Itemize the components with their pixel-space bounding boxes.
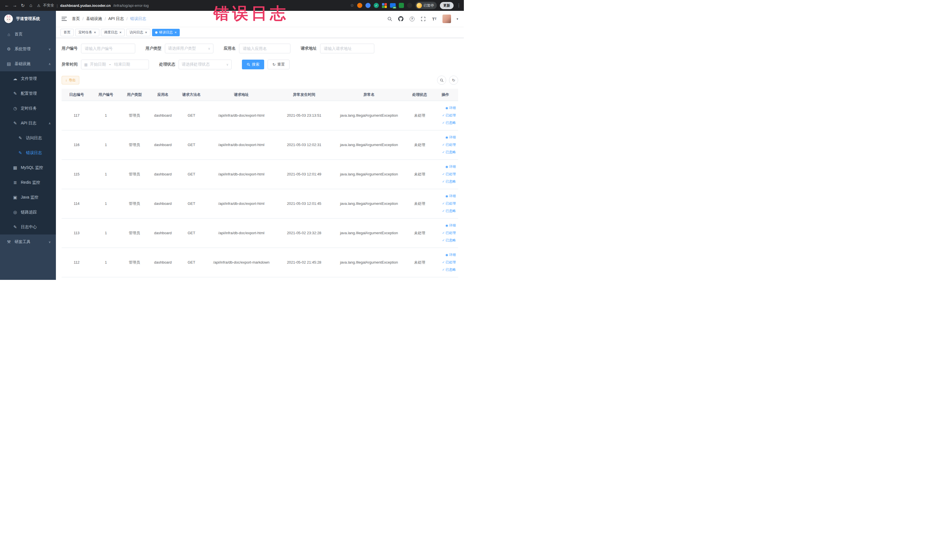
extension-icon[interactable] (407, 3, 412, 8)
extension-icon[interactable] (399, 3, 404, 8)
cell-log-id: 117 (62, 101, 92, 130)
address-bar[interactable]: ⚠ 不安全 | dashboard.yudao.iocoder.cn/infra… (37, 3, 350, 8)
mark-processed-link[interactable]: ✓ 已处理 (432, 171, 456, 178)
layers-icon: ≣ (12, 180, 18, 185)
mark-ignored-link[interactable]: ✓ 已忽略 (432, 178, 456, 185)
sidebar-item-home[interactable]: ⌂ 首页 (0, 27, 56, 42)
user-id-input[interactable] (81, 44, 135, 53)
sidebar-item-file-management[interactable]: ☁ 文件管理 (0, 71, 56, 86)
refresh-button[interactable]: ↻ (449, 76, 458, 85)
mark-ignored-label: 已忽略 (446, 267, 456, 272)
detail-link[interactable]: ◉ 详细 (432, 163, 456, 171)
tab-schedule-log[interactable]: 调度日志 × (101, 29, 125, 36)
app-logo[interactable]: 芋道管理系统 (0, 11, 56, 27)
breadcrumb-item[interactable]: API 日志 (108, 16, 124, 21)
toggle-search-button[interactable] (437, 76, 446, 85)
table-row: 116 1 管理员 dashboard GET /api/infra/db-do… (62, 130, 458, 159)
browser-menu-icon[interactable]: ⋮ (457, 3, 461, 8)
breadcrumb-item[interactable]: 首页 (72, 16, 80, 21)
fullscreen-icon[interactable] (420, 16, 426, 22)
cell-user-type: 管理员 (120, 218, 149, 248)
avatar-caret-down-icon[interactable]: ▾ (456, 17, 458, 21)
extension-icon[interactable] (357, 3, 362, 8)
close-icon[interactable]: × (119, 31, 122, 34)
extension-icon[interactable] (365, 3, 371, 8)
font-size-icon[interactable]: TT (431, 16, 437, 22)
user-avatar[interactable] (443, 15, 451, 23)
exception-time-range-picker[interactable]: ▦ 开始日期 - 结束日期 (81, 60, 149, 69)
export-button[interactable]: ↓ 导出 (62, 76, 79, 84)
search-icon[interactable] (387, 16, 392, 22)
column-header-app-name: 应用名 (149, 89, 177, 101)
sidebar-item-config-management[interactable]: ✎ 配置管理 (0, 86, 56, 101)
extension-icon[interactable]: on (390, 3, 396, 8)
filter-form: 用户编号 用户类型 请选择用户类型 ∨ 应用名 请求地址 (56, 38, 464, 76)
mark-processed-link[interactable]: ✓ 已处理 (432, 229, 456, 237)
filter-user-type: 用户类型 请选择用户类型 ∨ (145, 44, 214, 53)
detail-link[interactable]: ◉ 详细 (432, 251, 456, 259)
sidebar-item-system-admin[interactable]: ⚙ 系统管理 ∨ (0, 42, 56, 56)
eye-icon: ◉ (445, 165, 448, 169)
mark-ignored-link[interactable]: ✓ 已忽略 (432, 208, 456, 215)
user-type-select[interactable]: 请选择用户类型 ∨ (165, 44, 214, 53)
sidebar-fold-icon[interactable] (62, 17, 67, 21)
mark-ignored-link[interactable]: ✓ 已忽略 (432, 149, 456, 156)
cell-exception-time: 2021-05-03 12:02:31 (277, 130, 331, 159)
tab-scheduled-jobs[interactable]: 定时任务 × (75, 29, 99, 36)
detail-link[interactable]: ◉ 详细 (432, 222, 456, 229)
sidebar-item-java-monitor[interactable]: ▣ Java 监控 (0, 190, 56, 205)
extension-icon[interactable] (382, 3, 387, 8)
browser-update-button[interactable]: 更新 (440, 2, 453, 9)
sidebar-item-trace[interactable]: ◎ 链路追踪 (0, 205, 56, 220)
search-button[interactable]: 搜索 (242, 60, 264, 69)
mark-processed-link[interactable]: ✓ 已处理 (432, 259, 456, 266)
table-body: 117 1 管理员 dashboard GET /api/infra/db-do… (62, 101, 458, 277)
sidebar-item-label: 链路追踪 (21, 210, 37, 215)
mark-ignored-link[interactable]: ✓ 已忽略 (432, 237, 456, 244)
chevron-down-icon: ∨ (226, 63, 229, 67)
sidebar-item-infrastructure[interactable]: ▤ 基础设施 ∧ (0, 56, 56, 71)
mark-processed-link[interactable]: ✓ 已处理 (432, 112, 456, 119)
browser-profile-button[interactable]: 已暂停 (415, 2, 437, 9)
github-icon[interactable] (398, 16, 404, 22)
mark-ignored-link[interactable]: ✓ 已忽略 (432, 266, 456, 273)
mark-processed-link[interactable]: ✓ 已处理 (432, 200, 456, 208)
sidebar-item-mysql-monitor[interactable]: ▦ MySQL 监控 (0, 160, 56, 175)
mark-ignored-link[interactable]: ✓ 已忽略 (432, 119, 456, 127)
tab-access-log[interactable]: 访问日志 × (127, 29, 150, 36)
close-icon[interactable]: × (175, 31, 177, 34)
back-icon[interactable]: ← (3, 2, 11, 9)
sidebar-item-scheduled-jobs[interactable]: ◷ 定时任务 (0, 101, 56, 116)
detail-link[interactable]: ◉ 详细 (432, 104, 456, 112)
detail-link[interactable]: ◉ 详细 (432, 192, 456, 200)
help-icon[interactable]: ? (409, 16, 415, 22)
cell-request-url: /api/infra/db-doc/export-html (206, 218, 277, 248)
close-icon[interactable]: × (94, 31, 96, 34)
mark-processed-link[interactable]: ✓ 已处理 (432, 141, 456, 149)
cell-log-id: 116 (62, 130, 92, 159)
tab-home[interactable]: 首页 (61, 29, 73, 36)
tab-error-log[interactable]: 错误日志 × (152, 29, 180, 36)
extension-icon[interactable]: ✓ (374, 3, 379, 8)
reset-button[interactable]: ↻ 重置 (267, 60, 290, 69)
sidebar-item-log-center[interactable]: ✎ 日志中心 (0, 220, 56, 235)
sidebar-item-api-log[interactable]: ✎ API 日志 ∧ (0, 116, 56, 131)
cell-status: 未处理 (407, 248, 432, 277)
sidebar-item-error-log[interactable]: ✎ 错误日志 (0, 145, 56, 160)
sidebar-item-dev-tools[interactable]: ⚒ 研发工具 ∨ (0, 235, 56, 249)
breadcrumb-item[interactable]: 基础设施 (86, 16, 102, 21)
sidebar-item-access-log[interactable]: ✎ 访问日志 (0, 131, 56, 145)
close-icon[interactable]: × (145, 31, 147, 34)
process-status-select[interactable]: 请选择处理状态 ∨ (179, 60, 232, 69)
date-range-separator: - (109, 62, 111, 67)
home-icon[interactable]: ⌂ (27, 2, 35, 9)
sidebar-item-redis-monitor[interactable]: ≣ Redis 监控 (0, 175, 56, 190)
bookmark-star-icon[interactable]: ☆ (350, 3, 354, 8)
reload-icon[interactable]: ↻ (19, 2, 27, 9)
detail-link-label: 详细 (449, 252, 456, 257)
app-name-input[interactable] (239, 44, 290, 53)
forward-icon[interactable]: → (11, 2, 19, 9)
request-url-input[interactable] (320, 44, 374, 53)
detail-link[interactable]: ◉ 详细 (432, 134, 456, 141)
cell-request-url: /api/infra/db-doc/export-html (206, 130, 277, 159)
